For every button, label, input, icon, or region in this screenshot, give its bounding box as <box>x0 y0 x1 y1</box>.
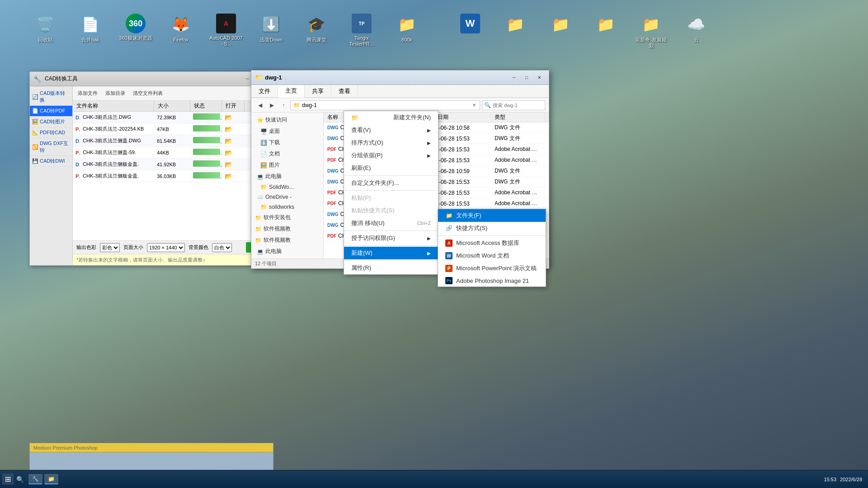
progress-fill-1 <box>193 113 220 120</box>
cad-dwi-icon: 💾 <box>32 158 38 164</box>
ctx-share[interactable]: 授予访问权限(G) ▶ <box>344 232 438 244</box>
desktop-icon-800k[interactable]: 📁 800k <box>389 14 425 43</box>
explorer-folder-icon: 📁 <box>255 74 262 81</box>
sidebar-downloads[interactable]: ⬇️ 下载 <box>251 137 323 148</box>
explorer-minimize-button[interactable]: ─ <box>508 73 520 82</box>
sub-ctx-photoshop[interactable]: Ps Adobe Photoshop Image 21 <box>438 275 546 286</box>
ctx-new[interactable]: 新建(W) ▶ <box>344 247 438 259</box>
sub-ctx-folder[interactable]: 📁 文件夹(F) <box>438 209 546 222</box>
tab-share[interactable]: 共享 <box>305 85 331 97</box>
sidebar-documents[interactable]: 📄 文档 <box>251 148 323 160</box>
pdf-cad-icon: 📐 <box>32 130 38 136</box>
cad-dwi-btn[interactable]: 💾 CAD转DWI <box>30 156 72 167</box>
add-file-button[interactable]: 添加文件 <box>75 89 100 98</box>
cad-img-btn[interactable]: 🖼️ CAD转图片 <box>30 117 72 127</box>
sidebar-software-install[interactable]: 📁 软件安装包 <box>251 212 323 223</box>
ctx-sep1 <box>344 175 438 176</box>
sidebar-software-video1[interactable]: 📁 软件视频教 <box>251 223 323 235</box>
add-folder-button[interactable]: 添加目录 <box>103 89 128 98</box>
explorer-col-type[interactable]: 类型 <box>491 113 545 122</box>
sidebar-this-pc2[interactable]: 💻 此电脑 <box>251 246 323 257</box>
desktop-icon-cloud[interactable]: ☁️ 云 <box>678 14 714 43</box>
sidebar-software-video2[interactable]: 📁 软件视频教 <box>251 235 323 246</box>
explorer-close-button[interactable]: ✕ <box>533 73 545 82</box>
cad-pdf-btn[interactable]: 📄 CAD转PDF <box>30 106 72 117</box>
start-button[interactable]: ⊞ <box>2 474 14 485</box>
desktop-icon-tencent-class[interactable]: 🎓 腾讯课堂 <box>298 14 335 43</box>
ctx-sep2 <box>344 190 438 191</box>
search-icon: 🔍 <box>484 102 491 108</box>
nav-up-button[interactable]: ↑ <box>278 100 288 110</box>
ctx-refresh[interactable]: 刷新(E) <box>344 162 438 174</box>
ctx-sep5 <box>344 260 438 261</box>
output-color-select[interactable]: 彩色 <box>100 243 120 252</box>
taskbar-search[interactable]: 🔍 <box>14 475 26 484</box>
open-icon-1[interactable]: 📂 <box>225 114 232 121</box>
nav-back-button[interactable]: ◀ <box>255 100 265 110</box>
sidebar-desktop[interactable]: 🖥️ 桌面 <box>251 126 323 137</box>
sidebar-solidworks[interactable]: 📁 SolidWo... <box>251 182 323 192</box>
cloud-icon: ☁️ <box>685 14 707 35</box>
open-icon-3[interactable]: 📂 <box>225 137 232 145</box>
desktop-icon-wuju[interactable]: 📁 吴居奇-发展规划 <box>633 14 669 49</box>
bottom-content <box>30 452 273 470</box>
progress-bar-2 <box>193 125 220 131</box>
search-input[interactable] <box>493 103 555 108</box>
sub-ctx-access[interactable]: A Microsoft Access 数据库 <box>438 237 546 249</box>
solidworks2-icon: 📁 <box>260 204 267 210</box>
dwg-dxf-btn[interactable]: 🔁 DWG DXF互转 <box>30 138 72 156</box>
nav-forward-button[interactable]: ▶ <box>267 100 277 110</box>
sub-ctx-shortcut[interactable]: 🔗 快捷方式(S) <box>438 222 546 235</box>
file-icon-8: PDF <box>327 201 336 206</box>
sidebar-quick-access[interactable]: ⭐ 快速访问 <box>251 114 323 126</box>
desktop-icon-folder3[interactable]: 📁 <box>588 14 624 37</box>
desktop-icon-360[interactable]: 360 360极速浏览器 <box>118 14 154 41</box>
ctx-new-folder[interactable]: 📁 新建文件夹(N) <box>344 111 438 124</box>
explorer-maximize-button[interactable]: □ <box>521 73 533 82</box>
desktop-icon-folder2[interactable]: 📁 <box>542 14 579 37</box>
desktop-icon-word[interactable]: W <box>452 14 488 35</box>
ctx-group[interactable]: 分组依据(P) ▶ <box>344 149 438 162</box>
tab-view[interactable]: 查看 <box>331 85 358 97</box>
sub-ctx-ppt[interactable]: P Microsoft PowerPoint 演示文稿 <box>438 262 546 275</box>
file-icon-5: DWG <box>327 169 338 174</box>
address-bar[interactable]: 📁 dwg-1 ▼ <box>290 100 480 110</box>
cad-app-window: 🔧 CAD转换工具 ─ □ ✕ 🔄 CAD版本转换 📄 CAD转PDF <box>29 71 283 266</box>
clear-list-button[interactable]: 清空文件列表 <box>130 89 165 98</box>
taskbar-cad-app[interactable]: 🔧 <box>28 474 42 484</box>
open-icon-5[interactable]: 📂 <box>225 161 232 168</box>
documents-icon: 📄 <box>260 151 267 157</box>
taskbar-explorer-app[interactable]: 📁 <box>44 474 58 484</box>
tab-home[interactable]: 主页 <box>278 85 305 98</box>
pdf-cad-btn[interactable]: 📐 PDF转CAD <box>30 127 72 138</box>
bg-color-select[interactable]: 白色 <box>212 243 232 252</box>
sidebar-solidworks2[interactable]: 📁 solidworks <box>251 202 323 212</box>
ctx-properties[interactable]: 属性(R) <box>344 262 438 274</box>
explorer-title-bar: 📁 dwg-1 ─ □ ✕ <box>251 70 549 85</box>
desktop-icon-recycle[interactable]: 🗑️ 回收站 <box>27 14 63 43</box>
desktop-icon-folder1[interactable]: 📁 <box>497 14 533 37</box>
cad-version-btn[interactable]: 🔄 CAD版本转换 <box>30 88 72 106</box>
sidebar-onedrive[interactable]: ☁️ OneDrive - <box>251 192 323 202</box>
ctx-sort[interactable]: 排序方式(O) ▶ <box>344 136 438 149</box>
page-size-select[interactable]: 1920 × 1440 <box>147 243 185 252</box>
open-icon-6[interactable]: 📂 <box>225 173 232 180</box>
desktop-icon-down[interactable]: ⬇️ 迅雷Down <box>253 14 289 43</box>
sidebar-this-pc[interactable]: 💻 此电脑 <box>251 171 323 182</box>
open-icon-2[interactable]: 📂 <box>225 126 232 133</box>
ctx-customize[interactable]: 自定义文件夹(F)... <box>344 177 438 189</box>
ctx-view[interactable]: 查看(V) ▶ <box>344 124 438 136</box>
yellow-bar: Medium Premium Photoshop <box>30 443 273 452</box>
progress-bar-4 <box>193 149 220 155</box>
desktop-icon-autocad[interactable]: A AutoCAD 2007 - S... <box>208 14 244 47</box>
search-box[interactable]: 🔍 <box>482 100 545 110</box>
desktop-icon-firefox[interactable]: 🦊 Firefox <box>163 14 199 43</box>
desktop-icon-merge-bak[interactable]: 📄 合并bak <box>72 14 108 43</box>
sidebar-pictures[interactable]: 🖼️ 图片 <box>251 160 323 171</box>
word-icon: W <box>460 14 480 33</box>
tab-file[interactable]: 文件 <box>251 85 278 97</box>
desktop-icon-tangix[interactable]: TP Tangix TesterPR... <box>344 14 380 47</box>
ctx-undo[interactable]: 撤消 移动(U) Ctrl+Z <box>344 217 438 230</box>
open-icon-4[interactable]: 📂 <box>225 149 232 156</box>
sub-ctx-word[interactable]: W Microsoft Word 文档 <box>438 249 546 262</box>
